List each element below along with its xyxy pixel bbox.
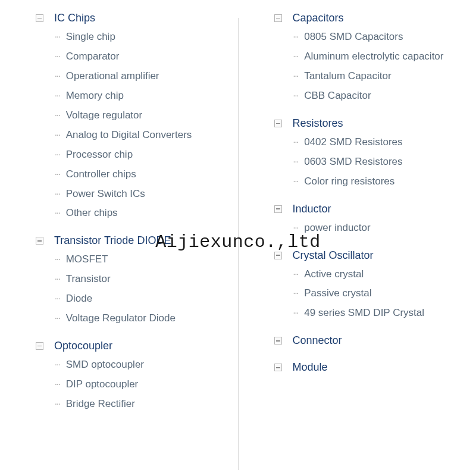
subcategory-label: Voltage regulator xyxy=(66,109,143,123)
category-header[interactable]: Inductor xyxy=(274,203,465,215)
collapse-icon[interactable] xyxy=(36,342,43,350)
category-block: Module xyxy=(274,361,465,374)
collapse-icon[interactable] xyxy=(274,252,282,259)
subcategory-item[interactable]: ···Tantalum Capacitor xyxy=(293,70,465,83)
subcategory-label: Active crystal xyxy=(304,268,364,281)
subcategory-item[interactable]: ···Color ring resistores xyxy=(293,175,465,189)
subcategory-label: Aluminum electrolytic capacitor xyxy=(304,50,443,64)
subcategory-list: ···Single chip···Comparator···Operationa… xyxy=(36,30,226,220)
subcategory-item[interactable]: ···Aluminum electrolytic capacitor xyxy=(293,50,465,64)
subcategory-label: Single chip xyxy=(66,30,115,44)
category-title[interactable]: Module xyxy=(293,361,328,374)
category-title[interactable]: Optocoupler xyxy=(54,340,112,352)
bullet-icon: ··· xyxy=(55,379,60,389)
subcategory-item[interactable]: ···Active crystal xyxy=(293,268,465,281)
bullet-icon: ··· xyxy=(55,149,60,159)
category-header[interactable]: IC Chips xyxy=(36,12,226,24)
category-title[interactable]: Capacitors xyxy=(293,12,344,24)
category-title[interactable]: Inductor xyxy=(293,203,331,215)
subcategory-item[interactable]: ···power inductor xyxy=(293,221,465,235)
subcategory-item[interactable]: ···Other chips xyxy=(55,206,226,220)
bullet-icon: ··· xyxy=(55,169,60,178)
bullet-icon: ··· xyxy=(55,399,60,408)
bullet-icon: ··· xyxy=(55,274,60,283)
bullet-icon: ··· xyxy=(55,90,60,100)
subcategory-label: Bridge Rectifier xyxy=(66,397,135,411)
subcategory-label: Voltage Regulator Diode xyxy=(66,312,176,325)
subcategory-label: Color ring resistores xyxy=(304,175,394,189)
subcategory-item[interactable]: ···Bridge Rectifier xyxy=(55,397,226,411)
subcategory-item[interactable]: ···SMD optocoupler xyxy=(55,358,226,372)
subcategory-label: Transistor xyxy=(66,273,111,286)
collapse-icon[interactable] xyxy=(36,14,43,22)
bullet-icon: ··· xyxy=(293,71,299,80)
category-header[interactable]: Module xyxy=(274,361,465,374)
bullet-icon: ··· xyxy=(55,110,60,120)
subcategory-label: 49 series SMD DIP Crystal xyxy=(304,306,424,320)
subcategory-label: Power Switch ICs xyxy=(66,187,145,201)
subcategory-item[interactable]: ···49 series SMD DIP Crystal xyxy=(293,306,465,320)
subcategory-item[interactable]: ···MOSFET xyxy=(55,253,226,267)
category-block: Inductor···power inductor xyxy=(274,203,465,235)
subcategory-item[interactable]: ···Voltage regulator xyxy=(55,109,226,123)
collapse-icon[interactable] xyxy=(274,337,282,345)
category-title[interactable]: Transistor Triode DIODE xyxy=(54,234,171,247)
subcategory-label: Analog to Digital Converters xyxy=(66,129,192,142)
subcategory-item[interactable]: ···Controller chips xyxy=(55,168,226,181)
category-header[interactable]: Connector xyxy=(274,334,465,347)
subcategory-item[interactable]: ···Analog to Digital Converters xyxy=(55,129,226,142)
bullet-icon: ··· xyxy=(293,288,299,298)
bullet-icon: ··· xyxy=(293,137,299,146)
collapse-icon[interactable] xyxy=(274,14,282,22)
category-title[interactable]: Crystal Oscillator xyxy=(293,249,374,262)
category-title[interactable]: Connector xyxy=(293,334,342,347)
subcategory-item[interactable]: ···Voltage Regulator Diode xyxy=(55,312,226,325)
category-header[interactable]: Transistor Triode DIODE xyxy=(36,234,226,247)
bullet-icon: ··· xyxy=(293,269,299,278)
subcategory-item[interactable]: ···0805 SMD Capacitors xyxy=(293,30,465,44)
subcategory-label: Processor chip xyxy=(66,148,133,162)
collapse-icon[interactable] xyxy=(274,364,282,371)
subcategory-label: 0402 SMD Resistores xyxy=(304,136,402,149)
subcategory-label: Comparator xyxy=(66,50,120,64)
subcategory-label: Memory chip xyxy=(66,89,124,103)
category-header[interactable]: Crystal Oscillator xyxy=(274,249,465,262)
bullet-icon: ··· xyxy=(293,90,299,100)
subcategory-list: ···MOSFET···Transistor···Diode···Voltage… xyxy=(36,253,226,325)
category-title[interactable]: Resistores xyxy=(293,117,343,130)
category-block: Optocoupler···SMD optocoupler···DIP opto… xyxy=(36,340,226,411)
subcategory-label: power inductor xyxy=(304,221,371,235)
category-header[interactable]: Optocoupler xyxy=(36,340,226,352)
subcategory-item[interactable]: ···Diode xyxy=(55,292,226,306)
collapse-icon[interactable] xyxy=(36,237,43,245)
bullet-icon: ··· xyxy=(293,51,299,61)
subcategory-list: ···Active crystal···Passive crystal···49… xyxy=(274,268,465,321)
subcategory-item[interactable]: ···0402 SMD Resistores xyxy=(293,136,465,149)
collapse-icon[interactable] xyxy=(274,205,282,213)
subcategory-list: ···0402 SMD Resistores···0603 SMD Resist… xyxy=(274,136,465,189)
subcategory-item[interactable]: ···Passive crystal xyxy=(293,287,465,300)
subcategory-item[interactable]: ···Operational amplifier xyxy=(55,70,226,83)
bullet-icon: ··· xyxy=(293,176,299,186)
category-header[interactable]: Capacitors xyxy=(274,12,465,24)
subcategory-item[interactable]: ···Single chip xyxy=(55,30,226,44)
subcategory-item[interactable]: ···Processor chip xyxy=(55,148,226,162)
subcategory-item[interactable]: ···Comparator xyxy=(55,50,226,64)
subcategory-item[interactable]: ···DIP optocoupler xyxy=(55,378,226,392)
bullet-icon: ··· xyxy=(55,32,60,41)
subcategory-item[interactable]: ···Memory chip xyxy=(55,89,226,103)
subcategory-item[interactable]: ···Transistor xyxy=(55,273,226,286)
subcategory-item[interactable]: ···0603 SMD Resistores xyxy=(293,155,465,169)
category-tree-container: IC Chips···Single chip···Comparator···Op… xyxy=(0,0,476,476)
subcategory-label: MOSFET xyxy=(66,253,108,267)
bullet-icon: ··· xyxy=(293,32,299,41)
bullet-icon: ··· xyxy=(55,130,60,139)
subcategory-label: Controller chips xyxy=(66,168,136,181)
category-title[interactable]: IC Chips xyxy=(54,12,95,24)
subcategory-item[interactable]: ···Power Switch ICs xyxy=(55,187,226,201)
collapse-icon[interactable] xyxy=(274,120,282,127)
subcategory-item[interactable]: ···CBB Capacitor xyxy=(293,89,465,103)
category-block: Transistor Triode DIODE···MOSFET···Trans… xyxy=(36,234,226,325)
subcategory-label: 0805 SMD Capacitors xyxy=(304,30,403,44)
category-header[interactable]: Resistores xyxy=(274,117,465,130)
